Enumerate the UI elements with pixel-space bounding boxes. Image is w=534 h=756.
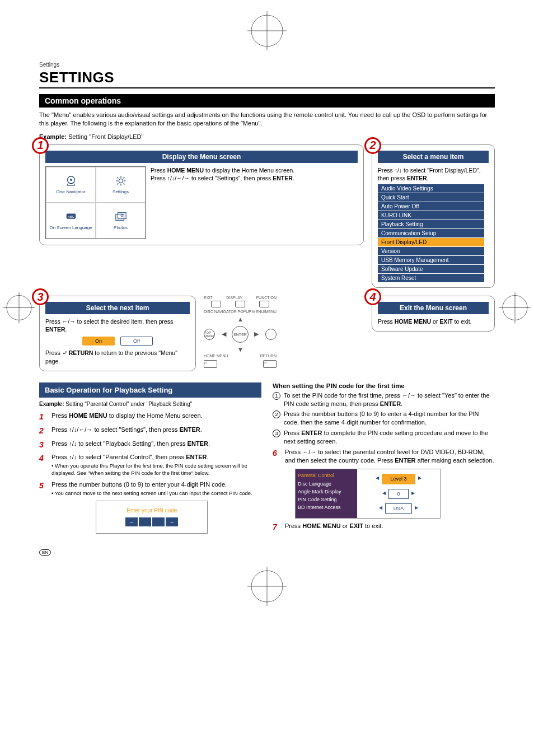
hm-settings: Settings: [96, 167, 146, 203]
menu-item: Front Display/LED: [378, 238, 484, 247]
step-2-title: Select a menu item: [378, 151, 489, 163]
menu-item: System Reset: [378, 274, 484, 283]
menu-item: USB Memory Management: [378, 256, 484, 265]
page-title: SETTINGS: [39, 69, 495, 88]
crop-mark-left: [3, 292, 35, 325]
basic-step-7: 7Press HOME MENU or EXIT to exit.: [273, 522, 495, 533]
zero-select: 0: [388, 489, 408, 499]
hm-disc-navigator: Disc Navigator: [46, 167, 96, 203]
pin-first-time-heading: When setting the PIN code for the first …: [273, 382, 495, 389]
step-1-title: Display the Menu screen: [45, 151, 358, 163]
option-off: Off: [120, 337, 153, 346]
menu-item: KURO LINK: [378, 211, 484, 220]
step-1-box: 1 Display the Menu screen Disc Navigator…: [39, 144, 364, 245]
svg-line-17: [117, 178, 118, 179]
basic-example: Example: Setting "Parental Control" unde…: [39, 401, 261, 407]
level-select: Level 3: [382, 474, 415, 484]
svg-line-20: [117, 184, 118, 185]
menu-item: Playback Setting: [378, 220, 484, 229]
svg-rect-11: [67, 184, 74, 186]
step-4-title: Exit the Menu screen: [378, 302, 489, 314]
page-footer-en: EN-: [39, 549, 495, 556]
basic-step-6: 6Press ←/→ to select the parental contro…: [273, 448, 495, 519]
svg-line-19: [123, 178, 124, 179]
menu-item: Audio Video Settings: [378, 184, 484, 193]
svg-point-12: [119, 179, 123, 183]
step-badge-2: 2: [364, 137, 381, 154]
intro-text: The "Menu" enables various audio/visual …: [39, 111, 495, 128]
hm-photos: Photos: [96, 203, 146, 239]
pin-entry-mock: Enter your PIN code – –: [96, 501, 208, 534]
settings-menu-list: Audio Video SettingsQuick StartAuto Powe…: [378, 184, 484, 283]
step-3-instructions: Press ←/→ to select the desired item, th…: [45, 318, 190, 333]
pin-sub-1: 1To set the PIN code for the first time,…: [273, 391, 495, 408]
menu-item: Quick Start: [378, 193, 484, 202]
svg-point-10: [70, 179, 72, 181]
parental-control-mock: Parental ControlDisc LanguageAngle Mark …: [295, 469, 441, 518]
step-2-instructions: Press ↑/↓ to select "Front Display/LED",…: [378, 166, 489, 182]
step-4-box: 4 Exit the Menu screen Press HOME MENU o…: [372, 296, 495, 332]
step-3-return: Press ⤶ RETURN to return to the previous…: [45, 349, 190, 365]
crop-mark-bottom: [0, 556, 534, 617]
step-1-instructions: Press HOME MENU to display the Home Menu…: [151, 166, 294, 239]
option-on: On: [82, 337, 115, 346]
svg-rect-24: [118, 213, 126, 219]
basic-step-3: 3Press ↑/↓ to select "Playback Setting",…: [39, 440, 261, 450]
section-common-operations: Common operations: [39, 94, 495, 108]
menu-item: Auto Power Off: [378, 202, 484, 211]
step-4-instructions: Press HOME MENU or EXIT to exit.: [378, 318, 489, 325]
svg-line-18: [123, 184, 124, 185]
svg-point-25: [121, 215, 123, 217]
pin-sub-3: 3Press ENTER to complete the PIN code se…: [273, 429, 495, 446]
basic-step-5: 5Press the number buttons (0 to 9) to en…: [39, 480, 261, 534]
svg-text:ABC: ABC: [68, 215, 74, 218]
step-3-box: 3 Select the next item Press ←/→ to sele…: [39, 296, 196, 371]
basic-step-2: 2Press ↑/↓/←/→ to select "Settings", the…: [39, 426, 261, 436]
basic-step-1: 1Press HOME MENU to display the Home Men…: [39, 412, 261, 422]
basic-step-4: 4Press ↑/↓ to select "Parental Control",…: [39, 453, 261, 477]
step-2-box: 2 Select a menu item Press ↑/↓ to select…: [372, 144, 495, 288]
country-select: USA: [385, 503, 413, 514]
step-badge-3: 3: [32, 288, 49, 305]
step-badge-1: 1: [32, 137, 49, 154]
pin-sub-2: 2Press the numbber buttons (0 to 9) to e…: [273, 410, 495, 427]
breadcrumb: Settings: [39, 62, 495, 68]
example-line: Example: Setting "Front Display/LED": [39, 133, 495, 140]
remote-diagram: EXITDISPLAYFUNCTION DISC NAVIGATORPOPUP …: [204, 296, 277, 368]
crop-mark-right: [499, 292, 531, 325]
crop-mark-top: [0, 0, 534, 62]
menu-item: Version: [378, 247, 484, 256]
home-menu-mock: Disc Navigator Settings ABC On Screen La…: [45, 166, 146, 239]
basic-operation-heading: Basic Operation for Playback Setting: [39, 382, 261, 398]
step-3-title: Select the next item: [45, 302, 190, 314]
menu-item: Communication Setup: [378, 229, 484, 238]
menu-item: Software Update: [378, 265, 484, 274]
hm-on-screen-language: ABC On Screen Language: [46, 203, 96, 239]
step-badge-4: 4: [364, 288, 381, 305]
